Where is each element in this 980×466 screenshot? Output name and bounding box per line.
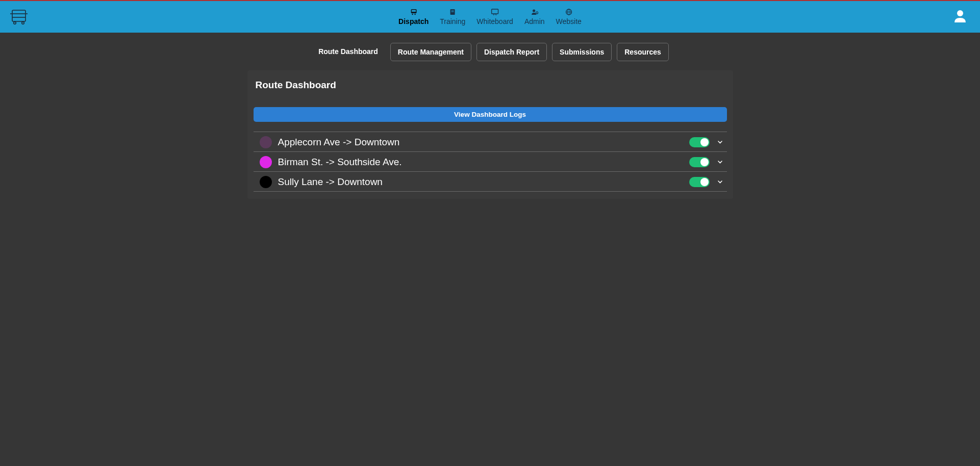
route-name: Applecorn Ave -> Downtown xyxy=(278,137,683,148)
user-icon xyxy=(952,8,968,23)
route-toggle[interactable] xyxy=(689,177,710,187)
svg-rect-14 xyxy=(492,9,498,14)
svg-rect-8 xyxy=(412,10,416,12)
route-list: Applecorn Ave -> Downtown Birman St. -> … xyxy=(254,132,727,192)
chevron-down-icon[interactable] xyxy=(716,139,725,146)
svg-point-3 xyxy=(14,22,16,24)
nav-website-label: Website xyxy=(556,17,582,25)
nav-training-label: Training xyxy=(440,17,465,25)
svg-point-17 xyxy=(533,9,535,12)
svg-point-18 xyxy=(536,12,538,14)
route-toggle[interactable] xyxy=(689,157,710,167)
svg-rect-0 xyxy=(12,10,26,21)
nav-whiteboard[interactable]: Whiteboard xyxy=(475,7,514,28)
subnav-submissions[interactable]: Submissions xyxy=(552,43,612,61)
subnav-route-management[interactable]: Route Management xyxy=(390,43,471,61)
sub-navigation: Route Dashboard Route Management Dispatc… xyxy=(0,33,980,70)
subnav-resources[interactable]: Resources xyxy=(617,43,669,61)
nav-dispatch[interactable]: Dispatch xyxy=(397,7,430,28)
subnav-route-dashboard[interactable]: Route Dashboard xyxy=(311,43,385,61)
route-row: Sully Lane -> Downtown xyxy=(254,171,727,192)
nav-admin[interactable]: Admin xyxy=(523,7,546,28)
route-color-dot xyxy=(260,156,272,168)
route-color-dot xyxy=(260,176,272,188)
book-icon xyxy=(449,9,456,16)
nav-admin-label: Admin xyxy=(524,17,545,25)
view-logs-button[interactable]: View Dashboard Logs xyxy=(254,107,727,122)
panel-title: Route Dashboard xyxy=(254,80,727,91)
nav-dispatch-label: Dispatch xyxy=(398,17,429,25)
nav-whiteboard-label: Whiteboard xyxy=(476,17,513,25)
bus-small-icon xyxy=(410,9,417,16)
route-row: Applecorn Ave -> Downtown xyxy=(254,132,727,152)
route-toggle[interactable] xyxy=(689,137,710,147)
route-color-dot xyxy=(260,136,272,148)
subnav-dispatch-report[interactable]: Dispatch Report xyxy=(476,43,547,61)
whiteboard-icon xyxy=(491,9,499,16)
admin-icon xyxy=(531,9,538,16)
route-name: Birman St. -> Southside Ave. xyxy=(278,157,683,168)
dashboard-panel: Route Dashboard View Dashboard Logs Appl… xyxy=(247,70,733,199)
top-navigation: Dispatch Training Whiteboard Admin Websi… xyxy=(397,7,583,28)
route-row: Birman St. -> Southside Ave. xyxy=(254,151,727,172)
svg-point-4 xyxy=(22,22,24,24)
topbar: Dispatch Training Whiteboard Admin Websi… xyxy=(0,1,980,33)
svg-point-9 xyxy=(412,13,413,15)
svg-point-24 xyxy=(957,10,963,16)
chevron-down-icon[interactable] xyxy=(716,178,725,186)
user-avatar[interactable] xyxy=(952,8,971,25)
nav-website[interactable]: Website xyxy=(555,7,583,28)
route-name: Sully Lane -> Downtown xyxy=(278,176,683,188)
bus-icon xyxy=(9,9,29,24)
nav-training[interactable]: Training xyxy=(439,7,466,28)
globe-icon xyxy=(565,9,572,16)
app-logo[interactable] xyxy=(9,9,29,24)
svg-point-10 xyxy=(414,13,416,15)
chevron-down-icon[interactable] xyxy=(716,159,725,166)
